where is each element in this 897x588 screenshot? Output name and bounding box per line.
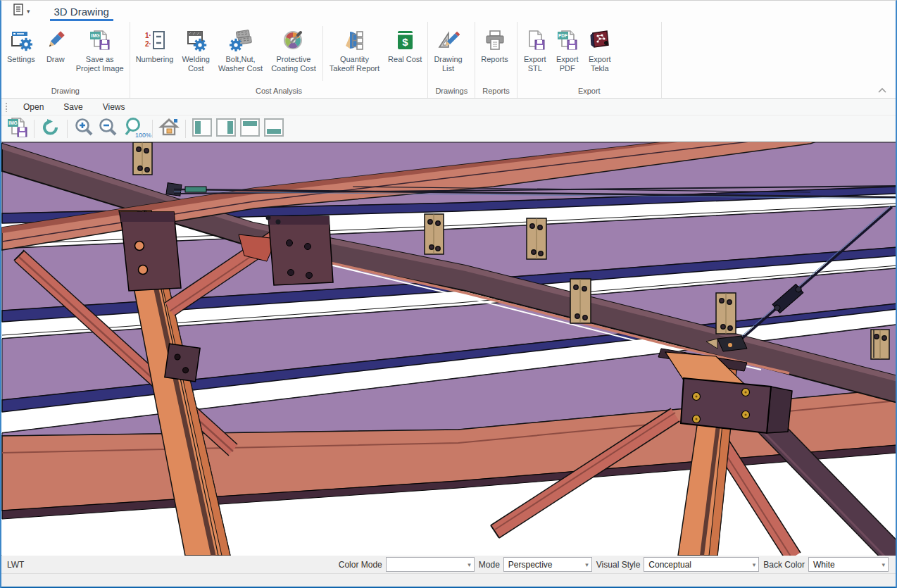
ribbon-collapse-button[interactable] (877, 85, 887, 94)
menu-save[interactable]: Save (54, 100, 92, 114)
titlebar: ▾ 3D Drawing (1, 1, 896, 22)
ribbon-group-label: Cost Analysis (132, 85, 427, 98)
ribbon-group-drawing: SettingsDraw IMG Save as Project ImageDr… (1, 22, 130, 98)
svg-text:IMG: IMG (8, 120, 17, 125)
pdf-file-icon: PDF (556, 28, 579, 52)
image-save-icon: IMG (7, 117, 28, 141)
bottom-strip (1, 573, 896, 587)
coating-icon (282, 28, 306, 52)
ribbon: SettingsDraw IMG Save as Project ImageDr… (1, 22, 896, 99)
svg-text:$: $ (403, 36, 409, 48)
tool-button-view-right[interactable] (214, 118, 238, 140)
view-right-icon (215, 117, 237, 141)
ribbon-button-label: Bolt,Nut, Washer Cost (218, 55, 263, 73)
column-connection-plate (681, 378, 771, 433)
turnbuckle (185, 187, 206, 192)
tool-button-home-view[interactable] (157, 118, 181, 140)
toolbar-grip-handle[interactable] (5, 102, 8, 112)
color-mode-dropdown[interactable]: ▾ (386, 557, 475, 572)
toolbar-separator (152, 120, 153, 138)
dropdown-value: White (813, 560, 835, 570)
column-gusset-plate (165, 344, 200, 382)
tool-button-view-top[interactable] (238, 118, 262, 140)
dropdown-value: Perspective (508, 560, 553, 570)
ribbon-button-numbering[interactable]: 1·2·Numbering (132, 22, 178, 85)
svg-text:PDF: PDF (558, 33, 567, 38)
ribbon-button-real-cost[interactable]: $Real Cost (384, 22, 426, 85)
app-menu-button[interactable]: ▾ (13, 4, 30, 19)
status-field-visual-style: Visual StyleConceptual▾ (596, 557, 759, 572)
hanger-plate (716, 293, 736, 334)
ribbon-group-label: Drawing (3, 85, 128, 98)
ribbon-button-label: Save as Project Image (76, 55, 124, 73)
ribbon-button-save-as-project-image[interactable]: IMG Save as Project Image (72, 22, 128, 85)
svg-text:1·: 1· (145, 32, 151, 39)
status-field-label: Mode (479, 560, 500, 570)
printer-icon (483, 28, 507, 52)
ribbon-button-welding-cost[interactable]: Welding Cost (177, 22, 214, 85)
ribbon-group-reports: ReportsReports (475, 22, 518, 98)
hanger-plate (871, 330, 889, 359)
status-field-label: Color Mode (339, 560, 382, 570)
ribbon-group-export: Export STL PDF Export PDFExport TeklaExp… (518, 22, 662, 98)
view-toolbar: IMG 100% (1, 115, 896, 142)
tab-3d-drawing[interactable]: 3D Drawing (50, 1, 113, 22)
ribbon-button-settings[interactable]: Settings (3, 22, 39, 85)
tool-button-view-bottom[interactable] (262, 118, 286, 140)
ribbon-button-label: Quantity Takeoff Report (330, 55, 380, 73)
status-field-label: Visual Style (596, 560, 640, 570)
ribbon-button-drawing-list[interactable]: Drawing List (429, 22, 466, 85)
status-bar: LWT Color Mode▾ModePerspective▾Visual St… (1, 555, 896, 573)
menu-open[interactable]: Open (13, 100, 54, 114)
toolbar-separator (185, 120, 186, 138)
ribbon-group-cost-analysis: 1·2·NumberingWelding CostBolt,Nut, Washe… (130, 22, 429, 98)
ribbon-button-protective-coating-cost[interactable]: Protective Coating Cost (267, 22, 320, 85)
ribbon-button-export-pdf[interactable]: PDF Export PDF (551, 22, 584, 85)
visual-style-dropdown[interactable]: Conceptual▾ (644, 557, 759, 572)
refresh-icon (40, 117, 61, 141)
ribbon-button-label: Export PDF (556, 55, 579, 73)
numbering-icon: 1·2· (143, 28, 167, 52)
svg-text:2·: 2· (145, 40, 151, 48)
ribbon-button-draw[interactable]: Draw (39, 22, 72, 85)
image-save-icon: IMG (88, 28, 112, 52)
ribbon-button-label: Protective Coating Cost (271, 55, 316, 73)
ribbon-button-label: Export Tekla (589, 55, 611, 73)
tool-button-view-left[interactable] (190, 118, 214, 140)
pencil-icon (44, 28, 68, 52)
mode-dropdown[interactable]: Perspective▾ (503, 557, 592, 572)
menu-views[interactable]: Views (93, 100, 135, 114)
ribbon-button-export-tekla[interactable]: Export Tekla (584, 22, 616, 85)
ribbon-button-label: Draw (46, 55, 65, 64)
back-color-dropdown[interactable]: White▾ (808, 557, 889, 572)
tool-button-zoom-in[interactable] (72, 118, 96, 140)
chevron-down-icon: ▾ (468, 561, 471, 568)
tab-label: 3D Drawing (50, 6, 113, 18)
document-menu-icon (13, 4, 25, 19)
ribbon-button-export-stl[interactable]: Export STL (519, 22, 551, 85)
ribbon-button-reports[interactable]: Reports (477, 22, 513, 85)
ribbon-group-label: Drawings (429, 85, 473, 98)
ribbon-button-bolt-nut-washer-cost[interactable]: Bolt,Nut, Washer Cost (214, 22, 267, 85)
stl-file-icon (523, 28, 547, 52)
quick-access-bar: OpenSaveViews (1, 99, 896, 115)
chevron-down-icon: ▾ (27, 8, 30, 15)
real-cost-icon: $ (393, 28, 417, 52)
tool-button-save-image[interactable]: IMG (6, 118, 30, 140)
tool-button-zoom-out[interactable] (96, 118, 120, 140)
view-top-icon (239, 117, 261, 141)
ribbon-button-quantity-takeoff-report[interactable]: Quantity Takeoff Report (325, 22, 384, 85)
status-lwt: LWT (1, 560, 339, 570)
zoom-level-badge: 100% (135, 132, 151, 139)
home-icon (158, 117, 180, 141)
column-cap-plate (120, 212, 181, 291)
viewport-3d[interactable] (1, 142, 896, 555)
view-bottom-icon (263, 117, 285, 141)
hanger-plate (570, 279, 591, 323)
tekla-icon (588, 28, 612, 52)
tool-button-zoom-100[interactable]: 100% (120, 118, 148, 140)
status-field-color-mode: Color Mode▾ (339, 557, 475, 572)
ribbon-button-label: Numbering (136, 55, 174, 64)
ribbon-button-label: Drawing List (434, 55, 462, 73)
tool-button-refresh[interactable] (39, 118, 63, 140)
